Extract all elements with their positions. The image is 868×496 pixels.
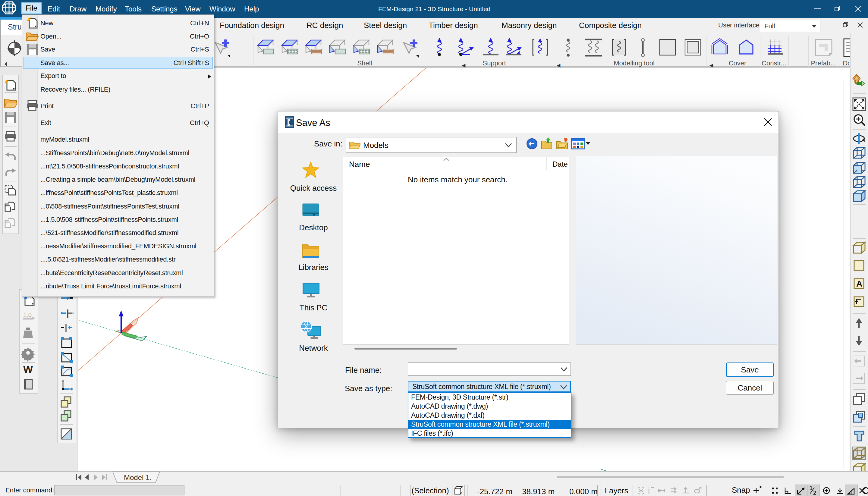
svg-text:W: W	[23, 363, 33, 375]
svg-text:2: 2	[813, 490, 817, 496]
svg-text:1.0: 1.0	[23, 312, 32, 318]
svg-text:A: A	[856, 279, 862, 289]
